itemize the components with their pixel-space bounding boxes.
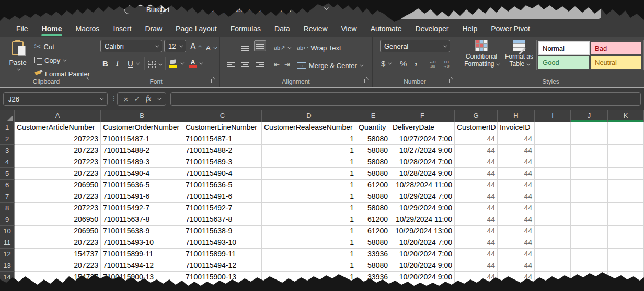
number-dialog-launcher-icon[interactable]	[449, 79, 453, 83]
middle-align-button[interactable]	[242, 43, 249, 54]
cell-F5[interactable]: 10/28/2024 9:00	[390, 168, 455, 180]
cell-D7[interactable]: 1	[262, 191, 356, 203]
cell-A9[interactable]: 206950	[15, 214, 101, 226]
cell-G5[interactable]: 44	[455, 168, 498, 180]
row-number-9[interactable]: 9	[0, 214, 15, 226]
row-number-14[interactable]: 14	[0, 272, 15, 283]
cell-G3[interactable]: 44	[455, 145, 498, 156]
cell-K7[interactable]	[608, 191, 644, 203]
cell-A11[interactable]: 207223	[15, 237, 101, 249]
cell-H11[interactable]: 44	[498, 237, 535, 249]
cell-H8[interactable]: 44	[498, 203, 535, 214]
align-center-button[interactable]	[242, 60, 249, 71]
tab-automate[interactable]: Automate	[364, 21, 409, 37]
cell-G8[interactable]: 44	[455, 203, 498, 214]
style-normal[interactable]: Normal	[538, 42, 589, 54]
style-bad[interactable]: Bad	[591, 42, 641, 54]
cell-A8[interactable]: 207223	[15, 203, 101, 214]
cell-H7[interactable]: 44	[498, 191, 535, 203]
row-number-5[interactable]: 5	[0, 168, 15, 180]
cell-J5[interactable]	[571, 168, 608, 180]
number-format-select[interactable]: General	[380, 40, 450, 52]
cell-B11[interactable]: 7100115493-10	[101, 237, 183, 249]
cell-K12[interactable]	[608, 249, 644, 260]
cell-I1[interactable]	[535, 122, 571, 133]
cell-H10[interactable]: 44	[498, 226, 535, 237]
cell-G2[interactable]: 44	[455, 133, 498, 145]
cell-F11[interactable]: 10/20/2024 7:00	[390, 237, 455, 249]
name-box[interactable]: J26	[3, 92, 108, 106]
cell-A2[interactable]: 207223	[15, 133, 101, 145]
cell-H9[interactable]: 44	[498, 214, 535, 226]
cell-B7[interactable]: 7100115491-6	[101, 191, 183, 203]
cell-A13[interactable]: 207223	[15, 260, 101, 272]
align-left-button[interactable]	[227, 60, 235, 71]
cell-I12[interactable]	[535, 249, 571, 260]
cell-A10[interactable]: 206950	[15, 226, 101, 237]
cell-G11[interactable]: 44	[455, 237, 498, 249]
conditional-formatting-button[interactable]: Conditional Formatting	[462, 40, 501, 68]
cell-I7[interactable]	[535, 191, 571, 203]
cell-H13[interactable]: 44	[498, 260, 535, 272]
cell-G1[interactable]: CustomerID	[455, 122, 498, 133]
cell-I3[interactable]	[535, 145, 571, 156]
cell-F9[interactable]: 10/29/2024 11:00	[390, 214, 455, 226]
cell-C5[interactable]: 7100115490-4	[183, 168, 262, 180]
cell-K14[interactable]	[608, 272, 644, 283]
cell-F8[interactable]: 10/29/2024 9:00	[390, 203, 455, 214]
cell-H12[interactable]: 44	[498, 249, 535, 260]
cell-K10[interactable]	[608, 226, 644, 237]
cell-J14[interactable]	[571, 272, 608, 283]
borders-button[interactable]	[148, 59, 161, 70]
cell-E13[interactable]: 58080	[356, 260, 390, 272]
cell-D10[interactable]: 1	[262, 226, 356, 237]
cell-B10[interactable]: 7100115638-9	[101, 226, 183, 237]
row-number-2[interactable]: 2	[0, 133, 15, 145]
font-color-button[interactable]: A	[189, 58, 202, 69]
cell-A5[interactable]: 207223	[15, 168, 101, 180]
cell-A4[interactable]: 207223	[15, 156, 101, 168]
cell-K3[interactable]	[608, 145, 644, 156]
font-family-select[interactable]: Calibri	[100, 40, 162, 52]
tab-formulas[interactable]: Formulas	[224, 21, 268, 37]
copy-button[interactable]: Copy	[34, 54, 65, 66]
cell-K2[interactable]	[608, 133, 644, 145]
cell-A6[interactable]: 206950	[15, 180, 101, 191]
cell-I6[interactable]	[535, 180, 571, 191]
select-all-corner[interactable]	[0, 110, 15, 122]
increase-indent-button[interactable]: ⇥	[284, 59, 290, 70]
cell-D14[interactable]: 1	[262, 272, 356, 283]
increase-decimal-button[interactable]: ←0 .00	[429, 59, 435, 70]
tab-draw[interactable]: Draw	[138, 21, 169, 37]
align-right-button[interactable]	[256, 60, 264, 71]
cell-C10[interactable]: 7100115638-9	[183, 226, 262, 237]
cell-D13[interactable]: 1	[262, 260, 356, 272]
cell-F12[interactable]: 10/20/2024 7:00	[390, 249, 455, 260]
fx-chevron-icon[interactable]	[157, 96, 161, 100]
cell-I2[interactable]	[535, 133, 571, 145]
cell-G14[interactable]: 44	[455, 272, 498, 283]
cell-C13[interactable]: 7100115494-12	[183, 260, 262, 272]
cell-K9[interactable]	[608, 214, 644, 226]
cell-H4[interactable]: 44	[498, 156, 535, 168]
cell-I10[interactable]	[535, 226, 571, 237]
cell-E14[interactable]: 33936	[356, 272, 390, 283]
cell-E5[interactable]: 58080	[356, 168, 390, 180]
tab-review[interactable]: Review	[297, 21, 335, 37]
cell-I11[interactable]	[535, 237, 571, 249]
cell-B1[interactable]: CustomerOrderNumber	[101, 122, 183, 133]
column-header-A[interactable]: A	[15, 110, 101, 122]
cell-D2[interactable]: 1	[262, 133, 356, 145]
row-number-8[interactable]: 8	[0, 203, 15, 214]
cell-J4[interactable]	[571, 156, 608, 168]
cell-D1[interactable]: CustomerRealeaseNumber	[262, 122, 356, 133]
cell-B9[interactable]: 7100115637-8	[101, 214, 183, 226]
cell-D9[interactable]: 1	[262, 214, 356, 226]
cell-C2[interactable]: 7100115487-1	[183, 133, 262, 145]
cell-I13[interactable]	[535, 260, 571, 272]
paste-button[interactable]: Paste	[4, 40, 31, 82]
cell-K8[interactable]	[608, 203, 644, 214]
formula-input[interactable]	[170, 92, 641, 106]
cell-H3[interactable]: 44	[498, 145, 535, 156]
cut-button[interactable]: ✂ Cut	[34, 41, 54, 52]
